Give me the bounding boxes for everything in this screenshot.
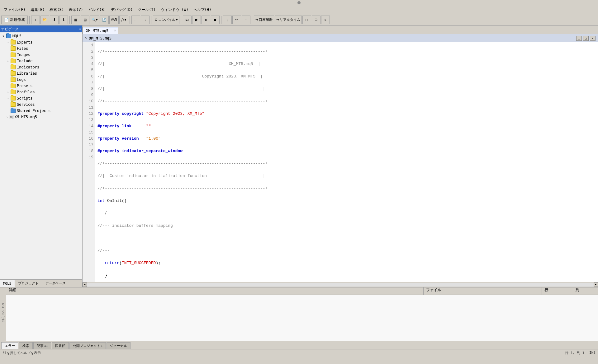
nav-item-services[interactable]: Services: [0, 101, 82, 108]
menu-build[interactable]: ビルド(B): [86, 7, 109, 13]
add-button[interactable]: +: [31, 16, 40, 24]
nav-tab-mql5[interactable]: MQL5: [0, 280, 15, 287]
step-over-button[interactable]: ↩: [232, 16, 241, 24]
toolbar-sep-6: [221, 16, 221, 24]
menu-edit[interactable]: 編集(E): [28, 7, 47, 13]
ln-1: 1: [84, 42, 93, 49]
bottom-tab-journal[interactable]: ジャーナル: [107, 342, 131, 349]
editor-tab-label: XM_MT5.mq5: [86, 29, 108, 33]
code-editor[interactable]: 1 2 3 4 5 6 7 8 9 10 11 12 13 14 15 16 1…: [83, 42, 598, 282]
bottom-tab-search[interactable]: 検索: [19, 342, 33, 349]
nav-item-services-label: Services: [17, 102, 35, 107]
editor-tab-xm[interactable]: XM_MT5.mq5 ✕: [83, 27, 118, 34]
folder-indicators-icon: [11, 65, 16, 69]
nav-tab-project[interactable]: プロジェクト: [15, 280, 42, 287]
nav-tab-database[interactable]: データベース: [42, 280, 69, 287]
code-line-18: return(INIT_SUCCEEDED);: [97, 260, 596, 266]
close-editor-btn[interactable]: ✕: [590, 36, 596, 41]
bottom-tab-public-projects[interactable]: 公開プロジェクト1: [69, 342, 106, 349]
view2-button[interactable]: ▤: [81, 16, 89, 24]
toolbar-sep-2: [69, 16, 70, 24]
search-button[interactable]: 🔍▾: [90, 16, 99, 24]
nav-item-images[interactable]: Images: [0, 52, 82, 58]
stop-button[interactable]: ⏹: [211, 16, 220, 24]
run-button[interactable]: ▶: [192, 16, 201, 24]
nav-item-xm-mt5[interactable]: 5 mq XM_MT5.mq5: [0, 114, 82, 120]
nav-item-experts[interactable]: ▷ Experts: [0, 39, 82, 45]
side-toolbox-label[interactable]: ツールボックス: [0, 287, 6, 341]
more-btn[interactable]: ⊡: [312, 16, 320, 24]
step-into-button[interactable]: ↓: [223, 16, 232, 24]
bottom-col-detail-header: 詳細: [6, 287, 424, 295]
menu-file[interactable]: ファイル(F): [1, 7, 28, 13]
minimize-editor-btn[interactable]: _: [576, 36, 582, 41]
menu-help[interactable]: ヘルプ(H): [191, 7, 214, 13]
hscroll-track[interactable]: [87, 283, 594, 287]
code-line-1: //+-------------------------------------…: [97, 49, 596, 55]
bottom-tab-library[interactable]: 図書館: [52, 342, 69, 349]
folder-files-icon: [11, 46, 16, 51]
nav-item-logs[interactable]: Logs: [0, 77, 82, 83]
bottom-row-label: 行: [542, 288, 551, 292]
save-all-button[interactable]: ⬇: [59, 16, 68, 24]
expand-experts-icon: ▷: [6, 40, 10, 44]
window-btn[interactable]: □: [302, 16, 311, 24]
menu-search[interactable]: 検索(S): [47, 7, 66, 13]
realtime-button[interactable]: ⇒ リアルタイム: [275, 16, 302, 24]
bottom-tab-articles[interactable]: 記事43: [33, 342, 51, 349]
compile-button[interactable]: ⚙ コンパイル ▾: [153, 16, 179, 24]
hscroll-right-btn[interactable]: ▶: [594, 282, 598, 287]
hscroll-left-btn[interactable]: ◀: [83, 282, 87, 287]
editor-area: XM_MT5.mq5 ✕ 5 XM_MT5.mq5 _ □ ✕ 1 2 3 4: [83, 26, 598, 287]
fx-button[interactable]: ƒx▾: [119, 16, 128, 24]
menu-tools[interactable]: ツール(T): [135, 7, 158, 13]
menu-view[interactable]: 表示(V): [66, 7, 86, 13]
bottom-detail-label: 詳細: [6, 288, 19, 292]
code-line-4: //| |: [97, 86, 596, 92]
menu-window[interactable]: ウィンドウ (W): [158, 7, 191, 13]
folder-profiles-icon: [11, 90, 16, 94]
code-line-7: #property link "": [97, 123, 596, 129]
ln-12: 12: [84, 111, 93, 117]
syncsym-button[interactable]: 🔄: [100, 16, 109, 24]
editor-tab-close-btn[interactable]: ✕: [114, 29, 116, 32]
nav-item-libraries[interactable]: Libraries: [0, 70, 82, 77]
editor-hscroll[interactable]: ◀ ▶: [83, 282, 598, 287]
forward-button[interactable]: →: [141, 16, 150, 24]
run-back-button[interactable]: ⏮: [183, 16, 192, 24]
nav-item-shared-projects[interactable]: Shared Projects: [0, 108, 82, 114]
bottom-tab-error[interactable]: エラー: [1, 342, 18, 349]
nav-item-mql5-root[interactable]: ▼ MQL5: [0, 33, 82, 39]
expand-btn[interactable]: »: [321, 16, 330, 24]
open-button[interactable]: 📂: [40, 16, 49, 24]
account-history-button[interactable]: ⇒ 口座履歴: [254, 16, 274, 24]
view-button[interactable]: ▦: [71, 16, 80, 24]
bottom-col-col-header: 列: [573, 287, 598, 295]
navigator-close-button[interactable]: ✕: [79, 27, 81, 31]
toolbar: 📄 新規作成 + 📂 ⬇ ⬇ ▦ ▤ 🔍▾ 🔄 VAR ƒx▾ ← → ⚙ コン…: [0, 14, 598, 26]
nav-item-profiles[interactable]: ▷ Profiles: [0, 89, 82, 95]
nav-item-scripts[interactable]: ▷ Scripts: [0, 95, 82, 101]
nav-item-files-label: Files: [17, 46, 28, 51]
status-help-text: F1を押してヘルプを表示: [2, 351, 41, 355]
bottom-file-label: ファイル: [424, 288, 444, 292]
code-content[interactable]: //+-------------------------------------…: [95, 42, 598, 282]
ln-18: 18: [84, 148, 93, 154]
nav-item-presets[interactable]: Presets: [0, 83, 82, 89]
expand-libraries-icon: [6, 71, 10, 76]
save-button[interactable]: ⬇: [50, 16, 59, 24]
maximize-editor-btn[interactable]: □: [583, 36, 589, 41]
nav-item-profiles-label: Profiles: [17, 90, 35, 94]
var-button[interactable]: VAR: [109, 16, 119, 24]
nav-item-indicators[interactable]: Indicators: [0, 64, 82, 70]
navigator-title: ナビゲータ: [1, 27, 18, 31]
nav-item-files[interactable]: Files: [0, 45, 82, 52]
new-button[interactable]: 📄 新規作成: [1, 16, 28, 24]
nav-item-include[interactable]: ▷ Include: [0, 58, 82, 64]
ln-7: 7: [84, 80, 93, 86]
menu-debug[interactable]: デバッグ(D): [108, 7, 135, 13]
expand-services-icon: [6, 102, 10, 107]
step-out-button[interactable]: ↑: [242, 16, 250, 24]
back-button[interactable]: ←: [131, 16, 140, 24]
pause-button[interactable]: ⏸: [202, 16, 210, 24]
